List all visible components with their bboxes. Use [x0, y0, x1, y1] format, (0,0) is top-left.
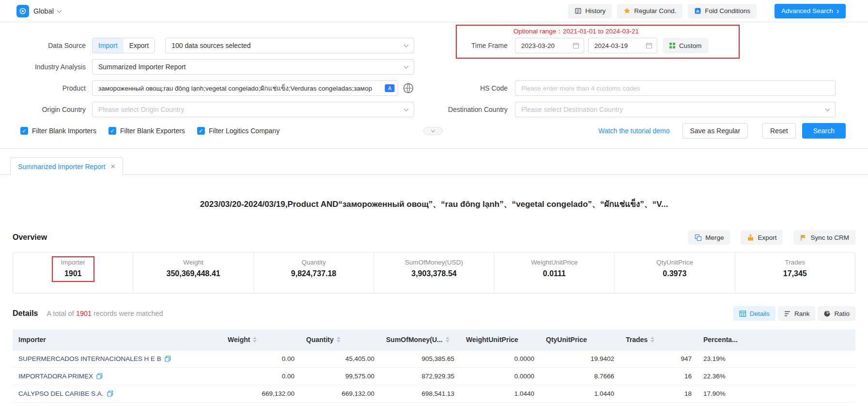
view-details-button[interactable]: Details — [733, 306, 775, 321]
filter-logistics-company-checkbox[interactable]: ✓ Filter Logitics Company — [197, 127, 279, 135]
form-row-data-source: Data Source Import Export 100 data sourc… — [0, 38, 868, 53]
form-row-country: Origin Country Please select Origin Coun… — [0, 102, 868, 117]
svg-text:A: A — [388, 86, 391, 91]
industry-analysis-value: Summarized Importer Report — [98, 63, 186, 71]
copy-icon[interactable] — [107, 390, 113, 397]
close-icon[interactable]: × — [111, 163, 115, 171]
view-ratio-button[interactable]: Ratio — [818, 306, 855, 321]
export-label: Export — [758, 234, 776, 241]
col-quantity[interactable]: Quantity — [300, 329, 380, 350]
region-selector[interactable]: Global — [33, 7, 61, 15]
tab-summarized-importer-report[interactable]: Summarized Importer Report × — [10, 157, 123, 175]
hs-code-label: HS Code — [414, 84, 508, 92]
query-title: 2023/03/20-2024/03/19,Product AND“заморо… — [13, 197, 855, 210]
filter-blank-importers-checkbox[interactable]: ✓ Filter Blank Importers — [20, 127, 96, 135]
view-rank-button[interactable]: Rank — [778, 306, 816, 321]
copy-icon[interactable] — [165, 356, 171, 362]
sort-icon[interactable] — [337, 337, 341, 343]
stat-value: 350,369,448.41 — [133, 269, 253, 278]
trades-cell: 16 — [620, 367, 698, 385]
end-date-value: 2024-03-19 — [594, 42, 628, 49]
col-sum-of-money[interactable]: SumOfMoney(U... — [380, 329, 460, 350]
sum-of-money-cell: 872,929.35 — [380, 367, 460, 385]
data-source-toggle: Import Export — [92, 38, 155, 53]
stat-weight: Weight 350,369,448.41 — [133, 252, 253, 293]
stat-label: Quantity — [254, 259, 373, 266]
data-source-select[interactable]: 100 data sources selected — [165, 38, 414, 53]
stat-label: QtyUnitPrice — [615, 259, 734, 266]
qty-unit-price-cell: 1.0440 — [540, 385, 620, 402]
stat-qty-unit-price: QtyUnitPrice 0.3973 — [614, 252, 734, 293]
tab-bar: Summarized Importer Report × — [0, 157, 868, 175]
regular-cond-button[interactable]: Regular Cond. — [617, 4, 682, 18]
end-date-input[interactable]: 2024-03-19 — [588, 38, 657, 53]
history-button[interactable]: History — [568, 4, 612, 18]
regular-cond-label: Regular Cond. — [634, 7, 676, 15]
importer-cell: IMPORTADORA PRIMEX — [13, 367, 222, 385]
filter-blank-exporters-checkbox[interactable]: ✓ Filter Blank Exporters — [108, 127, 185, 135]
destination-country-label: Destination Country — [414, 106, 508, 113]
merge-button[interactable]: Merge — [688, 230, 730, 245]
sort-icon[interactable] — [651, 337, 654, 343]
table-header-row: Importer Weight Quantity SumOfMoney(U...… — [13, 329, 855, 350]
importer-name-link[interactable]: SUPERMERCADOS INTERNACIONALES H E B — [18, 355, 161, 362]
trades-cell: 18 — [620, 385, 698, 402]
advanced-search-button[interactable]: Advanced Search › — [775, 4, 846, 18]
export-toggle[interactable]: Export — [124, 38, 155, 53]
origin-country-select[interactable]: Please select Origin Country — [92, 102, 414, 117]
reset-button[interactable]: Reset — [762, 123, 796, 139]
total-count: 1901 — [74, 310, 93, 317]
star-icon — [623, 7, 631, 15]
importer-name-link[interactable]: CALYPSO DEL CARIBE S.A. — [18, 390, 104, 397]
collapse-form-button[interactable] — [423, 127, 443, 135]
save-as-regular-button[interactable]: Save as Regular — [682, 123, 748, 139]
import-toggle[interactable]: Import — [93, 38, 124, 53]
search-button[interactable]: Search — [802, 123, 846, 139]
quantity-cell: 669,132.00 — [300, 385, 380, 402]
export-icon — [747, 234, 754, 241]
product-input[interactable] — [92, 80, 398, 96]
rank-icon — [784, 310, 791, 317]
destination-country-placeholder: Please select Destination Country — [521, 106, 623, 113]
fold-conditions-button[interactable]: Fold Conditions — [688, 4, 757, 18]
weight-cell: 669,132.00 — [222, 385, 300, 402]
destination-country-select[interactable]: Please select Destination Country — [515, 102, 836, 117]
stat-value: 3,903,378.54 — [374, 269, 494, 278]
view-details-label: Details — [750, 310, 770, 317]
weight-cell: 0.00 — [222, 367, 300, 385]
custom-range-button[interactable]: Custom — [663, 38, 708, 53]
data-source-value: 100 data sources selected — [171, 42, 250, 49]
translate-icon[interactable]: A — [385, 84, 395, 94]
stat-label: WeightUnitPrice — [495, 259, 614, 266]
pie-chart-icon — [823, 310, 831, 317]
col-trades[interactable]: Trades — [620, 329, 698, 350]
tutorial-demo-link[interactable]: Watch the tutorial demo — [598, 127, 669, 135]
total-suffix: records were matched — [93, 310, 163, 317]
records-matched-text: A total of1901records were matched — [46, 310, 163, 317]
view-rank-label: Rank — [794, 310, 810, 317]
sum-of-money-cell: 698,541.13 — [380, 385, 460, 402]
export-button[interactable]: Export — [741, 230, 783, 245]
start-date-input[interactable]: 2023-03-20 — [515, 38, 584, 53]
tab-label: Summarized Importer Report — [18, 163, 106, 171]
qty-unit-price-cell: 19.9402 — [540, 350, 620, 367]
result-content: 2023/03/20-2024/03/19,Product AND“заморо… — [0, 197, 868, 403]
start-date-value: 2023-03-20 — [521, 42, 555, 49]
importer-name-link[interactable]: IMPORTADORA PRIMEX — [18, 373, 93, 380]
chevron-down-icon — [404, 64, 409, 69]
view-ratio-label: Ratio — [834, 310, 850, 317]
sort-icon[interactable] — [253, 337, 257, 343]
percentage-cell: 17.90% — [698, 385, 751, 402]
checkbox-checked-icon: ✓ — [20, 127, 28, 135]
hs-code-input[interactable] — [515, 80, 836, 96]
industry-analysis-label: Industry Analysis — [0, 63, 86, 71]
sort-icon[interactable] — [446, 337, 450, 343]
language-globe-icon[interactable] — [403, 82, 414, 94]
form-row-product: Product A HS Code — [0, 80, 868, 96]
copy-icon[interactable] — [96, 373, 103, 379]
industry-analysis-select[interactable]: Summarized Importer Report — [92, 59, 414, 75]
stat-label: Weight — [133, 259, 253, 266]
col-weight[interactable]: Weight — [222, 329, 300, 350]
weight-unit-price-cell: 1.0440 — [460, 385, 540, 402]
sync-to-crm-button[interactable]: Sync to CRM — [793, 230, 855, 245]
